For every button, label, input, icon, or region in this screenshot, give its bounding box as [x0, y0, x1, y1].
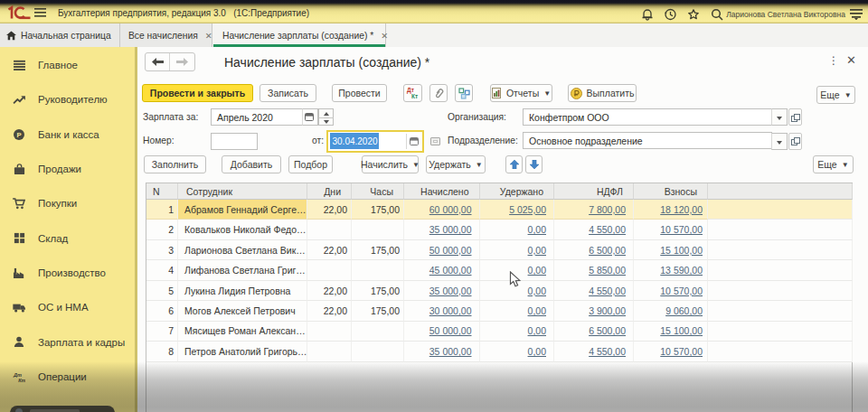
svg-text:P: P — [16, 131, 21, 139]
svg-text:Кт: Кт — [18, 378, 25, 383]
svg-text:Дт: Дт — [13, 372, 22, 378]
